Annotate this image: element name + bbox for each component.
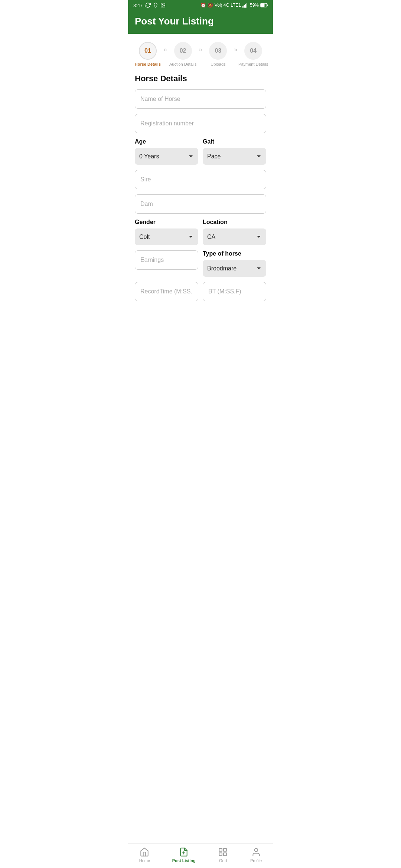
alarm-icon: ⏰: [200, 3, 206, 8]
type-of-horse-label: Type of horse: [203, 250, 266, 257]
record-bt-row: [135, 282, 266, 301]
step-1-label: Horse Details: [135, 62, 161, 66]
image-icon: [160, 3, 166, 8]
steps-progress: 01 Horse Details » 02 Auction Details » …: [128, 34, 273, 70]
step-3-label: Uploads: [211, 62, 225, 66]
step-1-circle: 01: [139, 42, 157, 60]
gender-location-row: Gender Colt Filly Mare Stallion Gelding …: [135, 219, 266, 245]
sire-input[interactable]: [135, 170, 266, 189]
age-gait-row: Age 0 Years 1 Year 2 Years 3 Years 4 Yea…: [135, 138, 266, 165]
gender-dropdown-wrapper: Colt Filly Mare Stallion Gelding: [135, 228, 198, 245]
step-arrow-3: »: [234, 42, 237, 53]
step-1: 01 Horse Details: [132, 42, 164, 66]
earnings-type-row: Type of horse Broodmare Stallion Gelding…: [135, 250, 266, 277]
gait-col: Gait Pace Trot: [203, 138, 266, 165]
battery-icon: [260, 3, 268, 7]
age-label: Age: [135, 138, 198, 145]
svg-rect-3: [244, 5, 245, 8]
age-dropdown[interactable]: 0 Years 1 Year 2 Years 3 Years 4 Years 5…: [135, 148, 198, 165]
svg-rect-4: [245, 4, 246, 7]
horse-name-input[interactable]: [135, 89, 266, 109]
step-4-label: Payment Details: [238, 62, 268, 66]
type-of-horse-dropdown-wrapper: Broodmare Stallion Gelding Yearling Wean…: [203, 260, 266, 277]
dam-input[interactable]: [135, 194, 266, 214]
svg-point-1: [162, 4, 163, 5]
step-3-circle: 03: [209, 42, 227, 60]
type-of-horse-col: Type of horse Broodmare Stallion Gelding…: [203, 250, 266, 277]
gait-dropdown[interactable]: Pace Trot: [203, 148, 266, 165]
page-title: Post Your Listing: [135, 16, 266, 27]
registration-number-input[interactable]: [135, 114, 266, 133]
status-left: 3:47: [133, 2, 166, 8]
signal-bars-icon: [242, 3, 248, 8]
status-right: ⏰ 🔕 Vol) 4G LTE1 59%: [200, 3, 268, 8]
step-arrow-2: »: [199, 42, 202, 53]
svg-rect-7: [261, 4, 264, 7]
record-time-col: [135, 282, 198, 301]
location-dropdown-wrapper: CA NY TX FL OH: [203, 228, 266, 245]
step-2: 02 Auction Details: [167, 42, 199, 66]
step-2-circle: 02: [174, 42, 192, 60]
bt-input[interactable]: [203, 282, 266, 301]
gender-dropdown[interactable]: Colt Filly Mare Stallion Gelding: [135, 228, 198, 245]
location-dropdown[interactable]: CA NY TX FL OH: [203, 228, 266, 245]
gender-label: Gender: [135, 219, 198, 226]
location-icon: [153, 3, 158, 8]
earnings-col: [135, 250, 198, 277]
bt-col: [203, 282, 266, 301]
type-of-horse-dropdown[interactable]: Broodmare Stallion Gelding Yearling Wean…: [203, 260, 266, 277]
status-time: 3:47: [133, 3, 143, 8]
step-3: 03 Uploads: [202, 42, 234, 66]
main-content: Horse Details Age 0 Years 1 Year 2 Years…: [128, 70, 273, 343]
sync-icon: [145, 2, 151, 8]
gait-dropdown-wrapper: Pace Trot: [203, 148, 266, 165]
earnings-input[interactable]: [135, 250, 198, 270]
age-dropdown-wrapper: 0 Years 1 Year 2 Years 3 Years 4 Years 5…: [135, 148, 198, 165]
gender-col: Gender Colt Filly Mare Stallion Gelding: [135, 219, 198, 245]
svg-rect-5: [246, 3, 247, 8]
battery-text: 59%: [250, 3, 259, 8]
record-time-input[interactable]: [135, 282, 198, 301]
step-arrow-1: »: [164, 42, 167, 53]
step-4: 04 Payment Details: [237, 42, 269, 66]
section-title: Horse Details: [135, 74, 266, 83]
age-col: Age 0 Years 1 Year 2 Years 3 Years 4 Yea…: [135, 138, 198, 165]
step-2-label: Auction Details: [169, 62, 196, 66]
status-bar: 3:47 ⏰ 🔕 Vol) 4G LTE1 59%: [128, 0, 273, 10]
step-4-circle: 04: [244, 42, 262, 60]
svg-rect-2: [242, 6, 244, 8]
page-header: Post Your Listing: [128, 10, 273, 34]
gait-label: Gait: [203, 138, 266, 145]
location-label: Location: [203, 219, 266, 226]
location-col: Location CA NY TX FL OH: [203, 219, 266, 245]
mute-icon: 🔕: [208, 3, 213, 8]
signal-text: Vol) 4G LTE1: [215, 3, 241, 8]
